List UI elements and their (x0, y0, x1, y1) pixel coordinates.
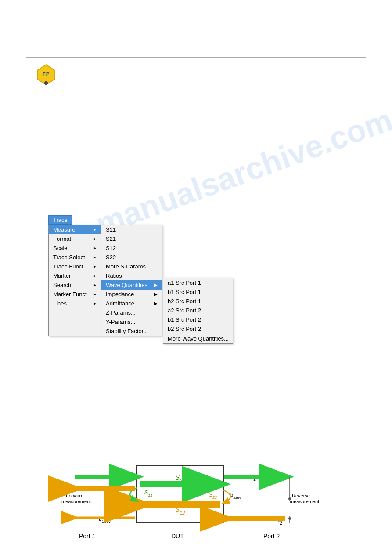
wave-quantities-submenu: a1 Src Port 1 b1 Src Port 1 b2 Src Port … (163, 278, 233, 344)
svg-text:TIP: TIP (43, 72, 50, 76)
forward-measurement-label: Forward (66, 493, 83, 498)
dut-label: DUT (171, 533, 184, 540)
top-divider (26, 57, 366, 58)
arrow-icon: ► (153, 282, 158, 288)
arrow-icon: ► (93, 246, 97, 250)
arrow-icon: ► (93, 292, 97, 297)
submenu-z-params[interactable]: Z-Params... (101, 308, 162, 317)
menu-item-trace-funct[interactable]: Trace Funct ► (49, 262, 101, 271)
wave-a2-src-port2[interactable]: a2 Src Port 2 (163, 306, 233, 315)
forward-measurement-label2: measurement (61, 499, 91, 504)
measure-submenu: S11 S21 S12 S22 More S-Params... Ratios … (101, 225, 162, 336)
tip-icon: TIP (35, 64, 57, 86)
menu-item-marker-funct[interactable]: Marker Funct ► (49, 290, 101, 299)
menu-item-scale[interactable]: Scale ► (49, 243, 101, 253)
submenu-more-sparams[interactable]: More S-Params... (101, 262, 162, 271)
port1-label: Port 1 (79, 533, 96, 540)
submenu-s11[interactable]: S11 (101, 225, 162, 234)
menu-item-lines[interactable]: Lines ► (49, 299, 101, 308)
arrow-icon: ► (93, 227, 97, 232)
arrow-icon: ► (93, 283, 97, 287)
wave-b1-src-port1[interactable]: b1 Src Port 1 (163, 287, 233, 297)
menu-container: Trace Measure ► Format ► Scale ► Trace S… (48, 215, 162, 336)
diagram-svg: S21 S12 S11 S22 a1 b1 b1,rev Forward mea… (31, 453, 347, 549)
arrow-icon: ► (153, 300, 158, 307)
arrow-icon: ► (93, 236, 97, 241)
arrow-icon: ► (93, 273, 97, 278)
wave-b2-src-port1[interactable]: b2 Src Port 1 (163, 297, 233, 306)
menu-item-measure[interactable]: Measure ► (49, 225, 101, 234)
submenu-s12[interactable]: S12 (101, 243, 162, 253)
submenu-s21[interactable]: S21 (101, 234, 162, 243)
main-menu: Measure ► Format ► Scale ► Trace Select … (48, 225, 101, 336)
reverse-measurement-label2: measurement (290, 499, 319, 504)
trace-menu-button[interactable]: Trace (48, 215, 72, 225)
menu-item-format[interactable]: Format ► (49, 234, 101, 243)
submenu-s22[interactable]: S22 (101, 253, 162, 262)
menu-item-search[interactable]: Search ► (49, 280, 101, 290)
reverse-measurement-label: Reverse (292, 493, 310, 498)
arrow-icon: ► (93, 301, 97, 306)
submenu-wave-quantities[interactable]: Wave Quantities ► (101, 280, 162, 290)
submenu-impedance[interactable]: Impedance ► (101, 290, 162, 299)
svg-point-3 (45, 82, 47, 84)
arrow-icon: ► (93, 264, 97, 269)
arrow-icon: ► (153, 291, 158, 297)
submenu-admittance[interactable]: Admittance ► (101, 299, 162, 308)
wave-a1-src-port1[interactable]: a1 Src Port 1 (163, 278, 233, 287)
menu-item-trace-select[interactable]: Trace Select ► (49, 253, 101, 262)
port2-label: Port 2 (263, 533, 280, 540)
menu-item-marker[interactable]: Marker ► (49, 271, 101, 280)
arrow-icon: ► (93, 255, 97, 260)
wave-more[interactable]: More Wave Quantities... (163, 334, 233, 343)
submenu-y-params[interactable]: Y-Params... (101, 317, 162, 326)
wave-b1-src-port2[interactable]: b1 Src Port 2 (163, 315, 233, 324)
b2rev-label: b2,rev (230, 492, 241, 500)
submenu-stability-factor[interactable]: Stability Factor... (101, 326, 162, 336)
wave-b2-src-port2[interactable]: b2 Src Port 2 (163, 324, 233, 334)
submenu-ratios[interactable]: Ratios (101, 271, 162, 280)
